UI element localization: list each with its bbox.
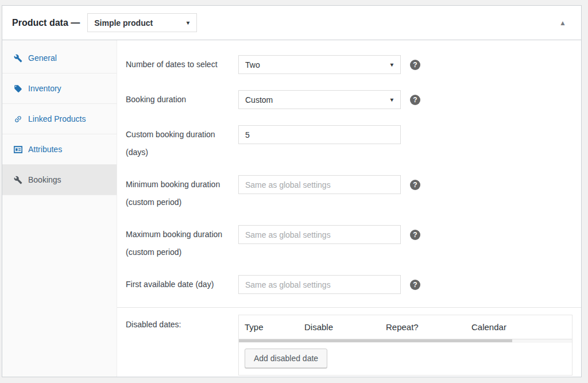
tab-bookings[interactable]: Bookings (2, 165, 117, 195)
max-duration-input[interactable] (238, 225, 401, 244)
horizontal-scrollbar (239, 339, 572, 343)
booking-duration-select-wrap: Custom ▼ (238, 90, 401, 109)
tab-general[interactable]: General (2, 43, 117, 73)
tab-label: Bookings (28, 175, 61, 184)
tab-linked-products[interactable]: Linked Products (2, 104, 117, 134)
product-data-panel: Product data — Simple product ▼ ▲ Genera… (2, 5, 582, 377)
tab-label: Inventory (28, 84, 61, 93)
custom-duration-input[interactable] (238, 125, 401, 144)
disabled-dates-table-header: Type Disable Repeat? Calendar (239, 315, 572, 339)
booking-duration-select[interactable]: Custom (238, 90, 401, 109)
link-icon (14, 115, 22, 123)
help-icon[interactable]: ? (410, 280, 420, 290)
list-card-icon (14, 145, 22, 154)
column-header-type: Type (239, 315, 299, 339)
field-label: Custom booking duration (days) (126, 125, 238, 158)
column-header-calendar: Calendar (466, 315, 572, 339)
min-duration-input-wrap (238, 175, 401, 194)
form-row-booking-duration: Booking duration Custom ▼ ? (126, 90, 581, 109)
field-label: Minimum booking duration (custom period) (126, 175, 238, 208)
number-of-dates-select-wrap: Two ▼ (238, 55, 401, 74)
sidebar: General Inventory Linked Products (2, 40, 117, 377)
form-row-first-available-date: First available date (day) ? (126, 275, 581, 294)
field-label: Number of dates to select (126, 55, 238, 70)
min-duration-input[interactable] (238, 175, 401, 194)
product-data-tabs: General Inventory Linked Products (2, 40, 117, 195)
wrench-icon (14, 54, 22, 63)
help-icon[interactable]: ? (410, 60, 420, 70)
collapse-panel-button[interactable]: ▲ (559, 19, 566, 27)
field-label: Booking duration (126, 90, 238, 105)
add-disabled-date-button[interactable]: Add disabled date (245, 349, 327, 368)
first-available-date-input[interactable] (238, 275, 401, 294)
scrollbar-thumb[interactable] (239, 339, 512, 342)
max-duration-input-wrap (238, 225, 401, 244)
tab-label: Linked Products (28, 114, 86, 123)
field-label: Maximum booking duration (custom period) (126, 225, 238, 258)
custom-duration-input-wrap (238, 125, 401, 144)
form-row-min-duration: Minimum booking duration (custom period)… (126, 175, 581, 208)
help-icon[interactable]: ? (410, 95, 420, 105)
tab-inventory[interactable]: Inventory (2, 73, 117, 104)
fields: Number of dates to select Two ▼ ? Bookin… (117, 55, 581, 294)
first-available-date-input-wrap (238, 275, 401, 294)
form-row-number-of-dates: Number of dates to select Two ▼ ? (126, 55, 581, 74)
product-type-select-wrap: Simple product ▼ (87, 13, 197, 32)
form-row-max-duration: Maximum booking duration (custom period)… (126, 225, 581, 258)
field-label: First available date (day) (126, 275, 238, 290)
disabled-dates-table-body: Add disabled date (239, 343, 572, 375)
number-of-dates-select[interactable]: Two (238, 55, 401, 74)
panel-header: Product data — Simple product ▼ ▲ (2, 6, 581, 40)
disabled-dates-section: Disabled dates: Type Disable Repeat? Cal… (117, 308, 581, 376)
disabled-dates-table: Type Disable Repeat? Calendar Add disabl… (238, 315, 572, 376)
tag-icon (14, 84, 22, 93)
disabled-dates-label: Disabled dates: (126, 315, 238, 376)
panel-body: General Inventory Linked Products (2, 40, 581, 377)
form-row-custom-duration: Custom booking duration (days) (126, 125, 581, 158)
tab-attributes[interactable]: Attributes (2, 134, 117, 165)
column-header-disable: Disable (299, 315, 380, 339)
wrench-icon (14, 176, 22, 184)
help-icon[interactable]: ? (410, 230, 420, 240)
panel-title: Product data — (12, 18, 80, 28)
bookings-settings-panel: Number of dates to select Two ▼ ? Bookin… (117, 40, 581, 377)
tab-label: Attributes (28, 145, 62, 154)
tab-label: General (28, 53, 57, 63)
column-header-repeat: Repeat? (380, 315, 466, 339)
product-type-select[interactable]: Simple product (87, 13, 197, 32)
help-icon[interactable]: ? (410, 180, 420, 190)
